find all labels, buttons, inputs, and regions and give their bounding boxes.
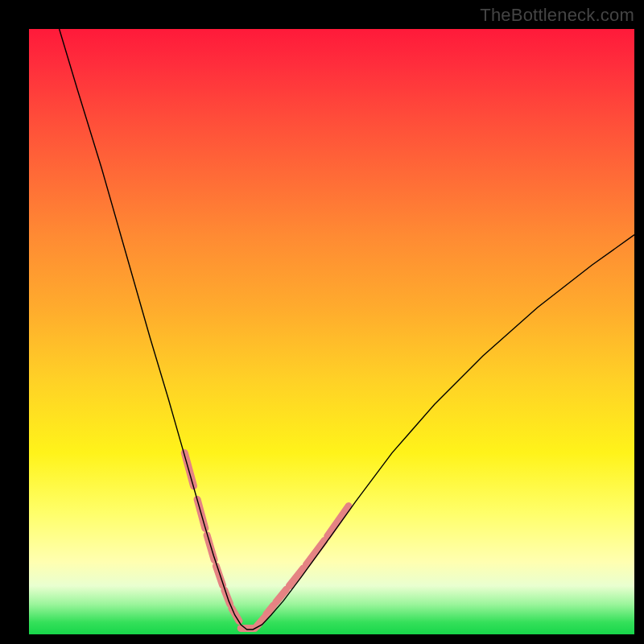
chart-frame: TheBottleneck.com xyxy=(0,0,644,644)
watermark-text: TheBottleneck.com xyxy=(480,5,634,26)
highlight-dash xyxy=(276,589,287,602)
main-curve xyxy=(60,29,634,630)
plot-area xyxy=(29,29,634,634)
chart-svg xyxy=(29,29,634,634)
highlight-dash xyxy=(328,506,349,537)
highlight-dash xyxy=(306,540,324,564)
highlight-dash xyxy=(216,566,222,585)
